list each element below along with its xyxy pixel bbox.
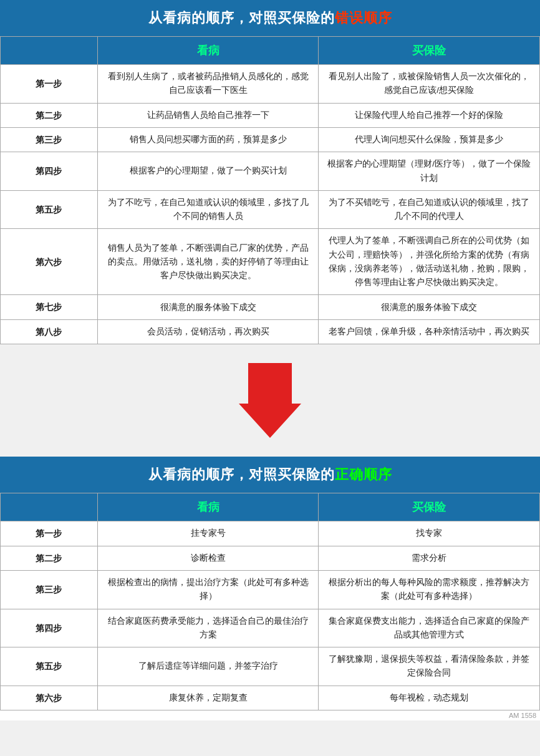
step-cell: 第五步 (1, 190, 98, 229)
bottom-title-prefix: 从看病的顺序，对照买保险的 (148, 467, 335, 482)
step-cell: 第三步 (1, 571, 98, 609)
left-cell: 为了不吃亏，在自己知道或认识的领域里，多找了几个不同的销售人员 (97, 190, 319, 229)
top-title-highlight: 错误顺序 (335, 10, 392, 26)
step-cell: 第二步 (1, 546, 98, 570)
arrow-down-icon (239, 363, 301, 438)
step-cell: 第一步 (1, 65, 98, 104)
table-row: 第四步 根据客户的心理期望，做了一个购买计划 根据客户的心理期望（理财/医疗等）… (1, 152, 540, 191)
left-cell: 结合家庭医药费承受能力，选择适合自己的最佳治疗方案 (97, 609, 319, 647)
left-cell: 挂专家号 (97, 521, 319, 546)
table-row: 第三步 根据检查出的病情，提出治疗方案（此处可有多种选择） 根据分析出的每人每种… (1, 571, 540, 609)
right-cell: 代理人询问想买什么保险，预算是多少 (319, 127, 540, 152)
step-cell: 第六步 (1, 229, 98, 295)
svg-marker-0 (239, 363, 301, 438)
left-cell: 根据客户的心理期望，做了一个购买计划 (97, 152, 319, 191)
bottom-title-bar: 从看病的顺序，对照买保险的正确顺序 (0, 457, 540, 493)
left-cell: 诊断检查 (97, 546, 319, 570)
left-cell: 销售人员问想买哪方面的药，预算是多少 (97, 127, 319, 152)
right-cell: 代理人为了签单，不断强调自己所在的公司优势（如大公司，理赔快等），并强化所给方案… (319, 229, 540, 295)
table-row: 第一步 挂专家号 找专家 (1, 521, 540, 546)
step-cell: 第四步 (1, 609, 98, 647)
top-title-prefix: 从看病的顺序，对照买保险的 (148, 10, 335, 26)
bottom-col-right-header: 买保险 (319, 493, 540, 521)
top-title-bar: 从看病的顺序，对照买保险的错误顺序 (0, 0, 540, 36)
right-cell: 很满意的服务体验下成交 (319, 295, 540, 319)
table-row: 第五步 为了不吃亏，在自己知道或认识的领域里，多找了几个不同的销售人员 为了不买… (1, 190, 540, 229)
bottom-col-left-header: 看病 (97, 493, 319, 521)
watermark: AM 1558 (0, 710, 540, 720)
top-col-right-header: 买保险 (319, 37, 540, 65)
step-cell: 第五步 (1, 647, 98, 686)
top-table: 看病 买保险 第一步 看到别人生病了，或者被药品推销人员感化的，感觉自己应该看一… (0, 36, 540, 344)
step-cell: 第八步 (1, 319, 98, 344)
right-cell: 每年视检，动态规划 (319, 686, 540, 710)
table-row: 第五步 了解后遗症等详细问题，并签字治疗 了解犹豫期，退保损失等权益，看清保险条… (1, 647, 540, 686)
left-cell: 了解后遗症等详细问题，并签字治疗 (97, 647, 319, 686)
left-cell: 很满意的服务体验下成交 (97, 295, 319, 319)
table-row: 第六步 销售人员为了签单，不断强调自己厂家的优势，产品的卖点。用做活动，送礼物，… (1, 229, 540, 295)
step-cell: 第六步 (1, 686, 98, 710)
step-cell: 第一步 (1, 521, 98, 546)
left-cell: 看到别人生病了，或者被药品推销人员感化的，感觉自己应该看一下医生 (97, 65, 319, 104)
table-row: 第七步 很满意的服务体验下成交 很满意的服务体验下成交 (1, 295, 540, 319)
left-cell: 会员活动，促销活动，再次购买 (97, 319, 319, 344)
left-cell: 让药品销售人员给自己推荐一下 (97, 103, 319, 127)
top-section: 从看病的顺序，对照买保险的错误顺序 看病 买保险 第一步 看到别人生病了，或者被… (0, 0, 540, 344)
table-row: 第三步 销售人员问想买哪方面的药，预算是多少 代理人询问想买什么保险，预算是多少 (1, 127, 540, 152)
bottom-col-step-header (1, 493, 98, 521)
table-row: 第八步 会员活动，促销活动，再次购买 老客户回馈，保单升级，各种亲情活动中，再次… (1, 319, 540, 344)
step-cell: 第七步 (1, 295, 98, 319)
step-cell: 第三步 (1, 127, 98, 152)
right-cell: 老客户回馈，保单升级，各种亲情活动中，再次购买 (319, 319, 540, 344)
table-row: 第四步 结合家庭医药费承受能力，选择适合自己的最佳治疗方案 集合家庭保费支出能力… (1, 609, 540, 647)
right-cell: 找专家 (319, 521, 540, 546)
right-cell: 了解犹豫期，退保损失等权益，看清保险条款，并签定保险合同 (319, 647, 540, 686)
step-cell: 第四步 (1, 152, 98, 191)
right-cell: 看见别人出险了，或被保险销售人员一次次催化的，感觉自己应该/想买保险 (319, 65, 540, 104)
right-cell: 为了不买错吃亏，在自己知道或认识的领域里，找了几个不同的代理人 (319, 190, 540, 229)
right-cell: 集合家庭保费支出能力，选择适合自己家庭的保险产品或其他管理方式 (319, 609, 540, 647)
bottom-table: 看病 买保险 第一步 挂专家号 找专家 第二步 诊断检查 需求分析 第三步 根据… (0, 493, 540, 710)
bottom-title-highlight: 正确顺序 (335, 467, 392, 482)
left-cell: 根据检查出的病情，提出治疗方案（此处可有多种选择） (97, 571, 319, 609)
right-cell: 让保险代理人给自己推荐一个好的保险 (319, 103, 540, 127)
left-cell: 销售人员为了签单，不断强调自己厂家的优势，产品的卖点。用做活动，送礼物，卖的好停… (97, 229, 319, 295)
arrow-section (0, 344, 540, 457)
table-row: 第二步 诊断检查 需求分析 (1, 546, 540, 570)
top-col-step-header (1, 37, 98, 65)
step-cell: 第二步 (1, 103, 98, 127)
table-row: 第二步 让药品销售人员给自己推荐一下 让保险代理人给自己推荐一个好的保险 (1, 103, 540, 127)
right-cell: 根据客户的心理期望（理财/医疗等），做了一个保险计划 (319, 152, 540, 191)
bottom-section: 从看病的顺序，对照买保险的正确顺序 看病 买保险 第一步 挂专家号 找专家 第二… (0, 457, 540, 720)
left-cell: 康复休养，定期复查 (97, 686, 319, 710)
table-row: 第六步 康复休养，定期复查 每年视检，动态规划 (1, 686, 540, 710)
table-row: 第一步 看到别人生病了，或者被药品推销人员感化的，感觉自己应该看一下医生 看见别… (1, 65, 540, 104)
top-col-left-header: 看病 (97, 37, 319, 65)
page-wrapper: 从看病的顺序，对照买保险的错误顺序 看病 买保险 第一步 看到别人生病了，或者被… (0, 0, 540, 720)
right-cell: 需求分析 (319, 546, 540, 570)
right-cell: 根据分析出的每人每种风险的需求额度，推荐解决方案（此处可有多种选择） (319, 571, 540, 609)
